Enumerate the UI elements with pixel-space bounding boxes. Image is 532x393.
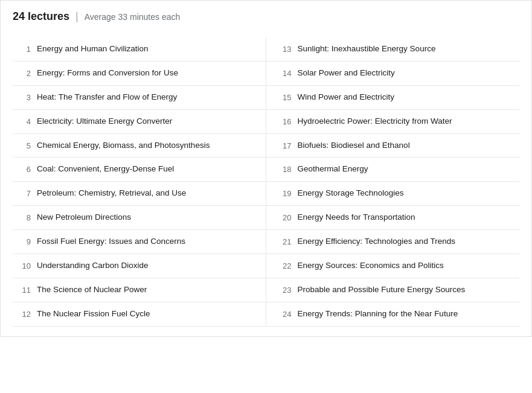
- lecture-number: 17: [278, 141, 292, 150]
- list-item: 8New Petroleum Directions: [13, 206, 266, 230]
- list-item: 9Fossil Fuel Energy: Issues and Concerns: [13, 230, 266, 254]
- lecture-number: 4: [18, 117, 31, 126]
- lecture-number: 8: [18, 213, 31, 222]
- lecture-number: 15: [278, 93, 292, 102]
- lecture-number: 23: [278, 286, 292, 295]
- lecture-title: Sunlight: Inexhaustible Energy Source: [298, 43, 436, 55]
- list-item: 19Energy Storage Technologies: [266, 182, 520, 206]
- lecture-number: 11: [18, 286, 31, 295]
- list-item: 13Sunlight: Inexhaustible Energy Source: [266, 37, 520, 62]
- list-item: 7Petroleum: Chemistry, Retrieval, and Us…: [13, 182, 266, 206]
- lecture-number: 18: [278, 165, 292, 174]
- lecture-number: 5: [18, 141, 31, 150]
- lecture-number: 16: [278, 117, 292, 126]
- lecture-title: Chemical Energy, Biomass, and Photosynth…: [37, 140, 210, 152]
- list-item: 4Electricity: Ultimate Energy Converter: [13, 110, 266, 134]
- lecture-title: Energy and Human Civilization: [37, 43, 149, 55]
- list-item: 16Hydroelectric Power: Electricity from …: [266, 110, 520, 134]
- lecture-title: Energy Efficiency: Technologies and Tren…: [298, 236, 455, 248]
- lecture-title: Energy Trends: Planning for the Near Fut…: [298, 308, 458, 320]
- lecture-title: New Petroleum Directions: [37, 212, 131, 223]
- lecture-number: 24: [278, 310, 292, 319]
- lecture-number: 21: [278, 237, 292, 246]
- lecture-title: Probable and Possible Future Energy Sour…: [298, 284, 466, 296]
- lecture-title: Energy Sources: Economics and Politics: [298, 260, 444, 272]
- lecture-title: Electricity: Ultimate Energy Converter: [37, 116, 172, 127]
- lecture-number: 6: [18, 165, 31, 174]
- list-item: 15Wind Power and Electricity: [266, 86, 520, 110]
- lecture-title: Energy: Forms and Conversion for Use: [37, 68, 178, 79]
- lectures-grid: 1Energy and Human Civilization13Sunlight…: [13, 37, 519, 327]
- lecture-number: 2: [18, 69, 31, 78]
- lecture-title: Energy Storage Technologies: [298, 188, 404, 199]
- list-item: 21Energy Efficiency: Technologies and Tr…: [266, 230, 520, 254]
- header: 24 lectures | Average 33 minutes each: [13, 10, 519, 28]
- list-item: 20Energy Needs for Transportation: [266, 206, 520, 230]
- list-item: 17Biofuels: Biodiesel and Ethanol: [266, 134, 520, 158]
- lecture-number: 1: [18, 45, 31, 54]
- lecture-title: The Nuclear Fission Fuel Cycle: [37, 308, 150, 320]
- lecture-number: 22: [278, 261, 292, 270]
- lecture-title: Heat: The Transfer and Flow of Energy: [37, 92, 177, 103]
- list-item: 14Solar Power and Electricity: [266, 62, 520, 86]
- list-item: 23Probable and Possible Future Energy So…: [266, 278, 520, 302]
- lecture-number: 7: [18, 189, 31, 198]
- list-item: 2Energy: Forms and Conversion for Use: [13, 62, 266, 86]
- lecture-number: 12: [18, 310, 31, 319]
- lecture-number: 3: [18, 93, 31, 102]
- average-text: Average 33 minutes each: [85, 12, 181, 22]
- list-item: 5Chemical Energy, Biomass, and Photosynt…: [13, 134, 266, 158]
- list-item: 24Energy Trends: Planning for the Near F…: [266, 302, 520, 327]
- list-item: 11The Science of Nuclear Power: [13, 278, 266, 302]
- list-item: 3Heat: The Transfer and Flow of Energy: [13, 86, 266, 110]
- list-item: 12The Nuclear Fission Fuel Cycle: [13, 302, 266, 327]
- lecture-title: Hydroelectric Power: Electricity from Wa…: [298, 116, 452, 127]
- lecture-title: Solar Power and Electricity: [298, 68, 395, 79]
- lecture-title: Wind Power and Electricity: [298, 92, 395, 103]
- lecture-number: 9: [18, 237, 31, 246]
- list-item: 1Energy and Human Civilization: [13, 37, 266, 62]
- lecture-number: 10: [18, 261, 31, 270]
- list-item: 22Energy Sources: Economics and Politics: [266, 254, 520, 278]
- main-container: 24 lectures | Average 33 minutes each 1E…: [0, 0, 532, 337]
- lecture-title: Geothermal Energy: [298, 164, 368, 175]
- lecture-title: Energy Needs for Transportation: [298, 212, 415, 223]
- lecture-title: Biofuels: Biodiesel and Ethanol: [298, 140, 410, 152]
- header-separator: |: [75, 10, 79, 23]
- lecture-number: 19: [278, 189, 292, 198]
- list-item: 6Coal: Convenient, Energy-Dense Fuel: [13, 158, 266, 182]
- lectures-count: 24 lectures: [13, 10, 69, 23]
- list-item: 10Understanding Carbon Dioxide: [13, 254, 266, 278]
- lecture-title: Coal: Convenient, Energy-Dense Fuel: [37, 164, 174, 175]
- lecture-number: 13: [278, 45, 292, 54]
- lecture-title: Petroleum: Chemistry, Retrieval, and Use: [37, 188, 186, 199]
- lecture-title: The Science of Nuclear Power: [37, 284, 147, 296]
- lecture-title: Fossil Fuel Energy: Issues and Concerns: [37, 236, 185, 248]
- list-item: 18Geothermal Energy: [266, 158, 520, 182]
- lecture-title: Understanding Carbon Dioxide: [37, 260, 149, 272]
- lecture-number: 14: [278, 69, 292, 78]
- lecture-number: 20: [278, 213, 292, 222]
